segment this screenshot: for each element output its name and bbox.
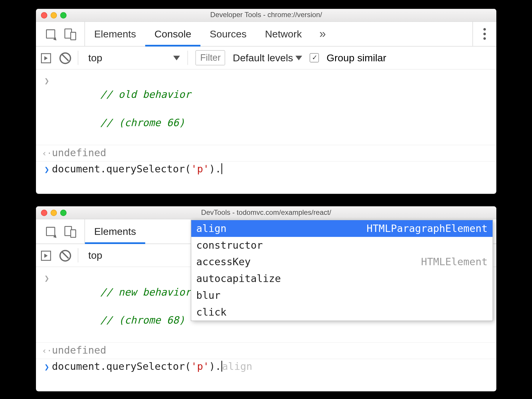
autocomplete-label: click (196, 306, 226, 318)
autocomplete-item[interactable]: blur (191, 287, 492, 304)
console-input[interactable]: document.querySelector('p'). (52, 162, 490, 177)
chevron-down-icon (295, 55, 302, 60)
prompt-icon: ❯ (42, 360, 52, 373)
close-icon[interactable] (41, 210, 47, 216)
tab-elements[interactable]: Elements (85, 22, 145, 46)
group-similar-checkbox[interactable]: ✓ (310, 53, 319, 62)
autocomplete-item[interactable]: autocapitalize (191, 271, 492, 287)
tab-network[interactable]: Network (256, 22, 311, 46)
return-icon: ‹· (42, 146, 52, 159)
show-console-sidebar-icon[interactable] (41, 52, 52, 63)
log-levels-selector[interactable]: Default levels (233, 52, 302, 64)
tab-console[interactable]: Console (145, 22, 200, 46)
expand-icon[interactable]: ❯ (42, 74, 52, 87)
devtools-window-new: DevTools - todomvc.com/examples/react/ E… (36, 206, 496, 391)
autocomplete-item[interactable]: click (191, 304, 492, 321)
text-caret (221, 163, 222, 174)
autocomplete-item[interactable]: align HTMLParagraphElement (191, 220, 492, 237)
console-comment: // new behavior (100, 286, 191, 298)
console-comment: // (chrome 68) (100, 314, 185, 326)
kebab-icon (483, 28, 486, 40)
minimize-icon[interactable] (50, 12, 57, 18)
clear-console-icon[interactable] (59, 250, 70, 261)
filter-input[interactable]: Filter (195, 50, 225, 65)
console-comment: // old behavior (100, 89, 191, 100)
console-comment: // (chrome 66) (100, 117, 185, 128)
autocomplete-label: align (196, 223, 226, 235)
chevron-down-icon (173, 55, 180, 60)
titlebar[interactable]: DevTools - todomvc.com/examples/react/ (36, 206, 496, 219)
autocomplete-hint: HTMLParagraphElement (366, 223, 487, 235)
tabs-overflow-icon[interactable]: » (311, 27, 334, 40)
context-label: top (88, 250, 102, 261)
autocomplete-ghost: align (222, 361, 252, 372)
autocomplete-hint: HTMLElement (421, 256, 487, 268)
titlebar[interactable]: Developer Tools - chrome://version/ (36, 9, 496, 22)
tab-sources[interactable]: Sources (200, 22, 256, 46)
context-selector[interactable]: top (85, 52, 180, 64)
autocomplete-item[interactable]: accessKey HTMLElement (191, 254, 492, 271)
console-input[interactable]: document.querySelector('p').align (52, 360, 490, 374)
autocomplete-label: blur (196, 290, 220, 301)
zoom-icon[interactable] (60, 12, 66, 18)
autocomplete-label: accessKey (196, 256, 251, 268)
console-subbar: top Filter Default levels ✓ Group simila… (36, 47, 496, 70)
context-label: top (88, 52, 102, 64)
console-result: undefined (52, 344, 106, 356)
close-icon[interactable] (41, 12, 47, 18)
window-title: DevTools - todomvc.com/examples/react/ (36, 209, 496, 217)
expand-icon[interactable]: ❯ (42, 271, 52, 284)
zoom-icon[interactable] (60, 210, 66, 216)
console-messages: ❯ // old behavior // (chrome 66) ‹· unde… (36, 70, 496, 194)
return-icon: ‹· (42, 344, 52, 357)
context-selector[interactable]: top (85, 250, 102, 261)
console-result: undefined (52, 147, 106, 159)
group-similar-label: Group similar (326, 52, 386, 64)
device-toggle-icon[interactable] (64, 226, 75, 237)
clear-console-icon[interactable] (59, 52, 70, 63)
prompt-icon: ❯ (42, 162, 52, 175)
minimize-icon[interactable] (50, 210, 57, 216)
autocomplete-popup: align HTMLParagraphElement constructor a… (191, 220, 493, 321)
show-console-sidebar-icon[interactable] (41, 250, 52, 261)
menu-button[interactable] (472, 22, 496, 46)
devtools-window-old: Developer Tools - chrome://version/ Elem… (36, 9, 496, 194)
inspect-icon[interactable] (45, 29, 56, 39)
toolbar: Elements Console Sources Network » (36, 22, 496, 47)
levels-label: Default levels (233, 52, 293, 64)
autocomplete-item[interactable]: constructor (191, 237, 492, 254)
inspect-icon[interactable] (45, 226, 56, 237)
tab-elements[interactable]: Elements (85, 219, 145, 243)
autocomplete-label: autocapitalize (196, 273, 281, 285)
device-toggle-icon[interactable] (64, 29, 75, 39)
window-title: Developer Tools - chrome://version/ (36, 11, 496, 19)
autocomplete-label: constructor (196, 240, 263, 251)
